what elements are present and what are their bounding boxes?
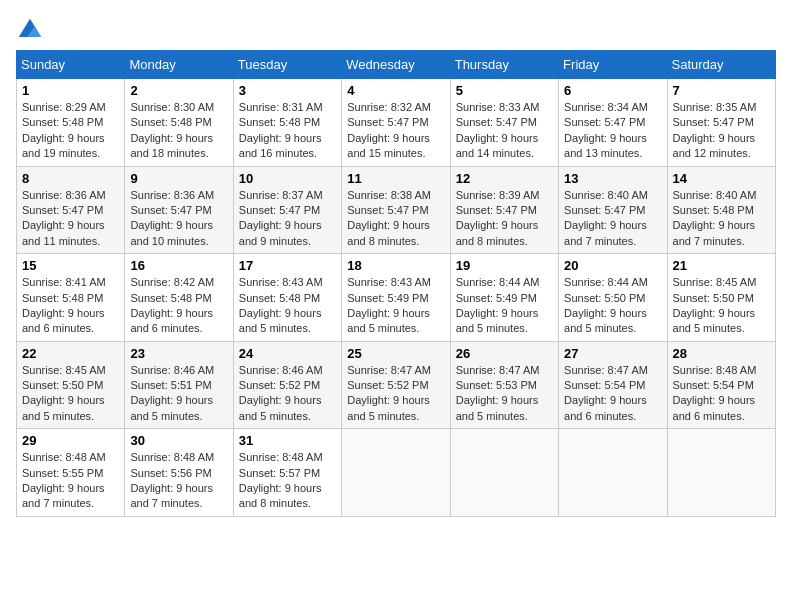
day-number: 16 xyxy=(130,258,227,273)
calendar-cell: 12 Sunrise: 8:39 AM Sunset: 5:47 PM Dayl… xyxy=(450,166,558,254)
day-number: 28 xyxy=(673,346,770,361)
day-detail: Sunrise: 8:46 AM Sunset: 5:51 PM Dayligh… xyxy=(130,363,227,425)
calendar-cell: 18 Sunrise: 8:43 AM Sunset: 5:49 PM Dayl… xyxy=(342,254,450,342)
calendar-cell: 4 Sunrise: 8:32 AM Sunset: 5:47 PM Dayli… xyxy=(342,79,450,167)
calendar-cell xyxy=(450,429,558,517)
weekday-header-wednesday: Wednesday xyxy=(342,51,450,79)
day-detail: Sunrise: 8:41 AM Sunset: 5:48 PM Dayligh… xyxy=(22,275,119,337)
calendar-cell: 27 Sunrise: 8:47 AM Sunset: 5:54 PM Dayl… xyxy=(559,341,667,429)
day-number: 2 xyxy=(130,83,227,98)
day-number: 8 xyxy=(22,171,119,186)
day-number: 1 xyxy=(22,83,119,98)
calendar-cell: 7 Sunrise: 8:35 AM Sunset: 5:47 PM Dayli… xyxy=(667,79,775,167)
calendar-cell: 1 Sunrise: 8:29 AM Sunset: 5:48 PM Dayli… xyxy=(17,79,125,167)
day-detail: Sunrise: 8:43 AM Sunset: 5:49 PM Dayligh… xyxy=(347,275,444,337)
calendar-cell: 15 Sunrise: 8:41 AM Sunset: 5:48 PM Dayl… xyxy=(17,254,125,342)
day-detail: Sunrise: 8:40 AM Sunset: 5:48 PM Dayligh… xyxy=(673,188,770,250)
calendar-cell: 25 Sunrise: 8:47 AM Sunset: 5:52 PM Dayl… xyxy=(342,341,450,429)
day-number: 10 xyxy=(239,171,336,186)
day-number: 15 xyxy=(22,258,119,273)
day-detail: Sunrise: 8:42 AM Sunset: 5:48 PM Dayligh… xyxy=(130,275,227,337)
calendar-cell: 19 Sunrise: 8:44 AM Sunset: 5:49 PM Dayl… xyxy=(450,254,558,342)
calendar-cell: 10 Sunrise: 8:37 AM Sunset: 5:47 PM Dayl… xyxy=(233,166,341,254)
calendar-cell xyxy=(667,429,775,517)
day-detail: Sunrise: 8:32 AM Sunset: 5:47 PM Dayligh… xyxy=(347,100,444,162)
day-detail: Sunrise: 8:47 AM Sunset: 5:52 PM Dayligh… xyxy=(347,363,444,425)
day-detail: Sunrise: 8:34 AM Sunset: 5:47 PM Dayligh… xyxy=(564,100,661,162)
calendar-cell: 8 Sunrise: 8:36 AM Sunset: 5:47 PM Dayli… xyxy=(17,166,125,254)
calendar-cell: 21 Sunrise: 8:45 AM Sunset: 5:50 PM Dayl… xyxy=(667,254,775,342)
day-number: 24 xyxy=(239,346,336,361)
weekday-header-monday: Monday xyxy=(125,51,233,79)
day-detail: Sunrise: 8:36 AM Sunset: 5:47 PM Dayligh… xyxy=(22,188,119,250)
day-number: 19 xyxy=(456,258,553,273)
day-number: 6 xyxy=(564,83,661,98)
day-detail: Sunrise: 8:29 AM Sunset: 5:48 PM Dayligh… xyxy=(22,100,119,162)
weekday-header-tuesday: Tuesday xyxy=(233,51,341,79)
calendar-cell: 31 Sunrise: 8:48 AM Sunset: 5:57 PM Dayl… xyxy=(233,429,341,517)
day-detail: Sunrise: 8:37 AM Sunset: 5:47 PM Dayligh… xyxy=(239,188,336,250)
day-number: 29 xyxy=(22,433,119,448)
day-number: 23 xyxy=(130,346,227,361)
day-number: 14 xyxy=(673,171,770,186)
day-detail: Sunrise: 8:33 AM Sunset: 5:47 PM Dayligh… xyxy=(456,100,553,162)
day-detail: Sunrise: 8:39 AM Sunset: 5:47 PM Dayligh… xyxy=(456,188,553,250)
calendar-cell: 14 Sunrise: 8:40 AM Sunset: 5:48 PM Dayl… xyxy=(667,166,775,254)
weekday-header-thursday: Thursday xyxy=(450,51,558,79)
day-detail: Sunrise: 8:40 AM Sunset: 5:47 PM Dayligh… xyxy=(564,188,661,250)
weekday-header-friday: Friday xyxy=(559,51,667,79)
day-number: 3 xyxy=(239,83,336,98)
calendar-cell: 13 Sunrise: 8:40 AM Sunset: 5:47 PM Dayl… xyxy=(559,166,667,254)
day-number: 31 xyxy=(239,433,336,448)
day-number: 7 xyxy=(673,83,770,98)
calendar-cell: 29 Sunrise: 8:48 AM Sunset: 5:55 PM Dayl… xyxy=(17,429,125,517)
day-detail: Sunrise: 8:48 AM Sunset: 5:56 PM Dayligh… xyxy=(130,450,227,512)
calendar-cell: 17 Sunrise: 8:43 AM Sunset: 5:48 PM Dayl… xyxy=(233,254,341,342)
calendar-cell: 20 Sunrise: 8:44 AM Sunset: 5:50 PM Dayl… xyxy=(559,254,667,342)
calendar-cell: 22 Sunrise: 8:45 AM Sunset: 5:50 PM Dayl… xyxy=(17,341,125,429)
day-detail: Sunrise: 8:45 AM Sunset: 5:50 PM Dayligh… xyxy=(673,275,770,337)
calendar-cell xyxy=(342,429,450,517)
calendar-table: SundayMondayTuesdayWednesdayThursdayFrid… xyxy=(16,50,776,517)
day-number: 21 xyxy=(673,258,770,273)
day-detail: Sunrise: 8:43 AM Sunset: 5:48 PM Dayligh… xyxy=(239,275,336,337)
day-detail: Sunrise: 8:48 AM Sunset: 5:57 PM Dayligh… xyxy=(239,450,336,512)
day-detail: Sunrise: 8:44 AM Sunset: 5:50 PM Dayligh… xyxy=(564,275,661,337)
weekday-header-sunday: Sunday xyxy=(17,51,125,79)
calendar-cell: 2 Sunrise: 8:30 AM Sunset: 5:48 PM Dayli… xyxy=(125,79,233,167)
calendar-cell: 9 Sunrise: 8:36 AM Sunset: 5:47 PM Dayli… xyxy=(125,166,233,254)
day-number: 25 xyxy=(347,346,444,361)
calendar-cell: 5 Sunrise: 8:33 AM Sunset: 5:47 PM Dayli… xyxy=(450,79,558,167)
calendar-cell: 3 Sunrise: 8:31 AM Sunset: 5:48 PM Dayli… xyxy=(233,79,341,167)
logo xyxy=(16,16,48,44)
calendar-cell: 6 Sunrise: 8:34 AM Sunset: 5:47 PM Dayli… xyxy=(559,79,667,167)
day-detail: Sunrise: 8:46 AM Sunset: 5:52 PM Dayligh… xyxy=(239,363,336,425)
day-number: 11 xyxy=(347,171,444,186)
day-number: 27 xyxy=(564,346,661,361)
day-number: 17 xyxy=(239,258,336,273)
day-number: 30 xyxy=(130,433,227,448)
day-detail: Sunrise: 8:44 AM Sunset: 5:49 PM Dayligh… xyxy=(456,275,553,337)
day-detail: Sunrise: 8:31 AM Sunset: 5:48 PM Dayligh… xyxy=(239,100,336,162)
day-detail: Sunrise: 8:35 AM Sunset: 5:47 PM Dayligh… xyxy=(673,100,770,162)
day-number: 12 xyxy=(456,171,553,186)
logo-icon xyxy=(16,16,44,44)
calendar-cell: 16 Sunrise: 8:42 AM Sunset: 5:48 PM Dayl… xyxy=(125,254,233,342)
calendar-cell xyxy=(559,429,667,517)
day-detail: Sunrise: 8:48 AM Sunset: 5:55 PM Dayligh… xyxy=(22,450,119,512)
day-detail: Sunrise: 8:30 AM Sunset: 5:48 PM Dayligh… xyxy=(130,100,227,162)
weekday-header-saturday: Saturday xyxy=(667,51,775,79)
day-number: 22 xyxy=(22,346,119,361)
day-number: 20 xyxy=(564,258,661,273)
day-detail: Sunrise: 8:38 AM Sunset: 5:47 PM Dayligh… xyxy=(347,188,444,250)
day-detail: Sunrise: 8:47 AM Sunset: 5:53 PM Dayligh… xyxy=(456,363,553,425)
day-number: 26 xyxy=(456,346,553,361)
day-detail: Sunrise: 8:45 AM Sunset: 5:50 PM Dayligh… xyxy=(22,363,119,425)
calendar-cell: 24 Sunrise: 8:46 AM Sunset: 5:52 PM Dayl… xyxy=(233,341,341,429)
day-number: 18 xyxy=(347,258,444,273)
day-detail: Sunrise: 8:48 AM Sunset: 5:54 PM Dayligh… xyxy=(673,363,770,425)
calendar-cell: 28 Sunrise: 8:48 AM Sunset: 5:54 PM Dayl… xyxy=(667,341,775,429)
day-number: 9 xyxy=(130,171,227,186)
calendar-cell: 11 Sunrise: 8:38 AM Sunset: 5:47 PM Dayl… xyxy=(342,166,450,254)
day-number: 5 xyxy=(456,83,553,98)
